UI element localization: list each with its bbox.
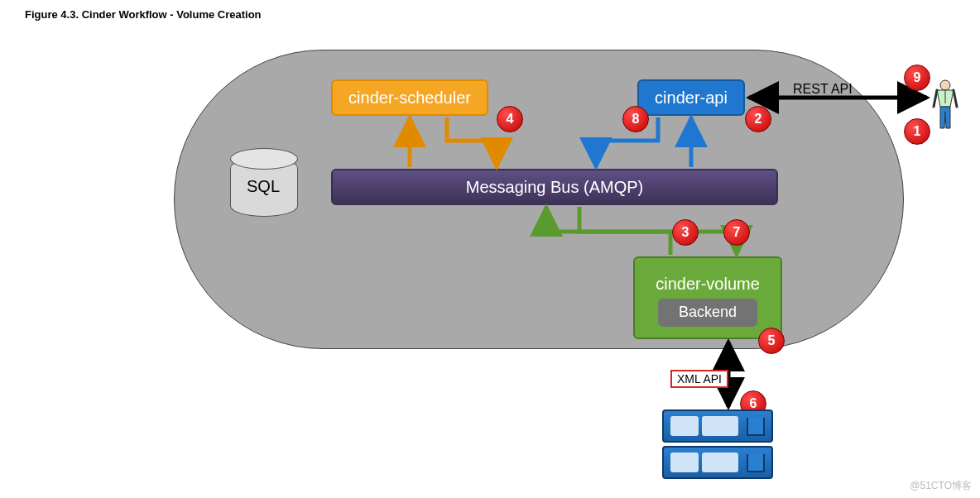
- diagram-canvas: SQL cinder-scheduler cinder-api Messagin…: [0, 0, 980, 498]
- storage-unit: [662, 409, 773, 443]
- node-label: cinder-api: [655, 89, 728, 108]
- cinder-volume-node: cinder-volume Backend: [633, 256, 782, 339]
- step-marker-1: 1: [904, 118, 930, 145]
- cinder-scheduler-node: cinder-scheduler: [331, 79, 488, 116]
- step-marker-7: 7: [723, 219, 750, 246]
- storage-array-icon: [662, 409, 770, 482]
- node-label: cinder-volume: [656, 275, 760, 294]
- svg-point-2: [940, 80, 950, 90]
- step-marker-9: 9: [904, 65, 930, 91]
- step-marker-3: 3: [672, 219, 699, 246]
- node-label: cinder-scheduler: [348, 89, 471, 108]
- step-marker-4: 4: [497, 106, 523, 132]
- backend-node: Backend: [658, 299, 757, 327]
- rest-api-label: REST API: [793, 82, 853, 97]
- cinder-api-node: cinder-api: [637, 79, 745, 116]
- xml-api-label: XML API: [670, 370, 728, 388]
- node-label: Backend: [679, 304, 737, 321]
- storage-unit: [662, 446, 773, 479]
- step-marker-8: 8: [622, 106, 649, 132]
- user-icon: [932, 79, 958, 132]
- step-marker-2: 2: [745, 106, 771, 132]
- node-label: Messaging Bus (AMQP): [466, 178, 644, 197]
- messaging-bus-node: Messaging Bus (AMQP): [331, 169, 778, 205]
- step-marker-5: 5: [758, 328, 785, 354]
- sql-label: SQL: [230, 177, 296, 196]
- watermark: @51CTO博客: [910, 479, 972, 493]
